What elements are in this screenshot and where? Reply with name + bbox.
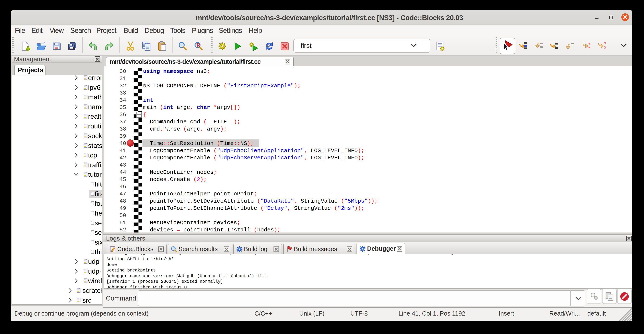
svg-text:R: R <box>196 42 200 48</box>
